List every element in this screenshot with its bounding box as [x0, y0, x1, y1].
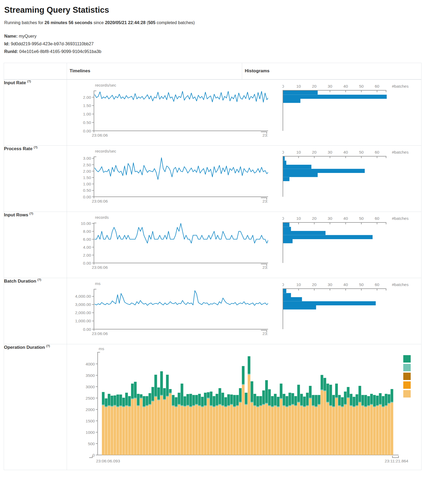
operation-duration-stacked-chart: ms0500100015002000250030003500400023:06:… [67, 344, 420, 469]
operation-duration-legend [403, 355, 411, 399]
process-rate-help-icon[interactable]: (?) [34, 146, 37, 149]
svg-text:20: 20 [312, 150, 316, 154]
svg-text:23:06:06: 23:06:06 [92, 133, 108, 137]
process-rate-label: Process Rate (?) [4, 146, 67, 212]
legend-swatch-teal-green [403, 355, 411, 363]
svg-text:30: 30 [328, 282, 332, 287]
svg-text:10: 10 [296, 150, 301, 154]
svg-text:60: 60 [375, 216, 379, 221]
histograms-column-header: Histograms [242, 63, 422, 79]
svg-text:2.50: 2.50 [83, 163, 91, 167]
start-timestamp: 2020/05/21 22:44:28 [105, 20, 146, 25]
batch-duration-timeline-chart: ms0.001,000.002,000.003,000.004,000.0023… [67, 278, 268, 343]
svg-text:0.00: 0.00 [83, 195, 91, 199]
page-title: Streaming Query Statistics [4, 5, 448, 15]
svg-text:60: 60 [375, 84, 379, 88]
svg-text:23:06:06: 23:06:06 [92, 331, 108, 336]
svg-text:0: 0 [282, 216, 284, 221]
svg-text:30: 30 [328, 84, 332, 88]
svg-text:10: 10 [296, 84, 301, 88]
input-rate-help-icon[interactable]: (?) [27, 80, 31, 83]
svg-text:4,000.00: 4,000.00 [75, 294, 91, 298]
input-rate-timeline-chart: records/sec0.000.501.001.502.0023:06:062… [67, 80, 268, 145]
input-rows-timeline-chart: records0.002.004.006.008.0010.0023:06:06… [67, 212, 268, 277]
svg-text:4.00: 4.00 [83, 245, 91, 249]
svg-text:30: 30 [328, 150, 332, 154]
svg-text:0: 0 [92, 453, 95, 457]
svg-text:2000: 2000 [86, 407, 95, 412]
svg-text:3500: 3500 [86, 373, 95, 378]
query-runid-label: RunId: [4, 49, 18, 54]
legend-swatch-tan [403, 390, 411, 398]
svg-text:40: 40 [343, 282, 348, 287]
svg-text:23:06:06.093: 23:06:06.093 [96, 459, 120, 463]
svg-text:50: 50 [359, 216, 364, 221]
svg-text:1.00: 1.00 [83, 182, 91, 186]
input-rows-histogram-cell: 0102030405060#batches [242, 212, 422, 278]
table-header-row: Timelines Histograms [4, 63, 422, 79]
svg-text:2.00: 2.00 [83, 253, 91, 257]
subtitle-since: since [92, 20, 105, 25]
svg-text:ms: ms [99, 346, 104, 351]
svg-text:500: 500 [88, 441, 95, 446]
process-rate-histogram-chart: 0102030405060#batches [282, 146, 420, 211]
input-rows-timeline-cell: records0.002.004.006.008.0010.0023:06:06… [67, 212, 242, 278]
svg-text:0: 0 [282, 150, 284, 154]
svg-text:40: 40 [343, 84, 348, 88]
operation-duration-row: Operation Duration (?) ms050010001500200… [4, 344, 422, 470]
svg-text:10: 10 [296, 216, 301, 221]
svg-text:23:11:21: 23:11:21 [263, 199, 268, 203]
svg-text:2500: 2500 [86, 396, 95, 400]
svg-text:23:11:21: 23:11:21 [263, 133, 268, 137]
process-rate-timeline-chart: records/sec0.000.501.001.502.002.503.002… [67, 146, 268, 211]
svg-text:20: 20 [312, 216, 316, 221]
svg-text:20: 20 [312, 84, 316, 88]
svg-text:#batches: #batches [392, 282, 409, 287]
input-rows-help-icon[interactable]: (?) [29, 212, 33, 215]
query-id-value: 9d0dd219-995d-423e-b97d-36931110bb27 [11, 41, 94, 46]
svg-text:23:11:21: 23:11:21 [263, 265, 268, 270]
batch-duration-help-icon[interactable]: (?) [38, 278, 41, 281]
svg-text:23:11:21: 23:11:21 [263, 331, 268, 336]
svg-text:50: 50 [359, 150, 364, 154]
svg-text:3000: 3000 [86, 385, 95, 389]
svg-text:30: 30 [328, 216, 332, 221]
svg-text:1000: 1000 [86, 430, 95, 435]
operation-duration-chart-cell: ms0500100015002000250030003500400023:06:… [67, 344, 422, 470]
svg-text:4000: 4000 [86, 362, 95, 366]
input-rate-timeline-cell: records/sec0.000.501.001.502.0023:06:062… [67, 79, 242, 146]
batch-duration-row: Batch Duration (?) ms0.001,000.002,000.0… [4, 278, 422, 344]
svg-text:0: 0 [282, 282, 284, 287]
operation-duration-label: Operation Duration (?) [4, 344, 67, 470]
query-name-value: myQuery [19, 34, 37, 38]
svg-text:8.00: 8.00 [83, 229, 91, 234]
input-rate-row: Input Rate (?) records/sec0.000.501.001.… [4, 79, 422, 146]
svg-text:1.00: 1.00 [83, 112, 91, 116]
svg-text:0.50: 0.50 [83, 188, 91, 193]
process-rate-row: Process Rate (?) records/sec0.000.501.00… [4, 146, 422, 212]
query-name-row: Name: myQuery [4, 32, 448, 40]
svg-text:23:06:06: 23:06:06 [92, 265, 108, 270]
process-rate-timeline-cell: records/sec0.000.501.001.502.002.503.002… [67, 146, 242, 212]
svg-text:0.50: 0.50 [83, 120, 91, 124]
svg-text:2.00: 2.00 [83, 95, 91, 99]
svg-text:60: 60 [375, 150, 379, 154]
legend-swatch-light-teal [403, 364, 411, 371]
streaming-query-statistics-page: Streaming Query Statistics Running batch… [0, 0, 448, 470]
legend-swatch-dark-orange [403, 373, 411, 380]
svg-text:40: 40 [343, 216, 348, 221]
operation-duration-help-icon[interactable]: (?) [46, 344, 50, 347]
svg-text:0.00: 0.00 [83, 327, 91, 332]
process-rate-histogram-cell: 0102030405060#batches [242, 146, 422, 212]
svg-text:#batches: #batches [392, 216, 409, 221]
svg-text:50: 50 [359, 84, 364, 88]
query-runid-row: RunId: 04e101e6-8bf8-4165-9099-9104c951b… [4, 48, 448, 55]
metric-column-header [4, 63, 67, 79]
batch-duration-histogram-chart: 0102030405060#batches [282, 278, 420, 343]
uptime-duration: 26 minutes 56 seconds [44, 20, 92, 25]
svg-text:records: records [95, 215, 109, 220]
svg-text:0.00: 0.00 [83, 128, 91, 133]
input-rows-histogram-chart: 0102030405060#batches [282, 212, 420, 277]
subtitle-suffix: completed batches) [155, 20, 195, 25]
svg-text:50: 50 [359, 282, 364, 287]
